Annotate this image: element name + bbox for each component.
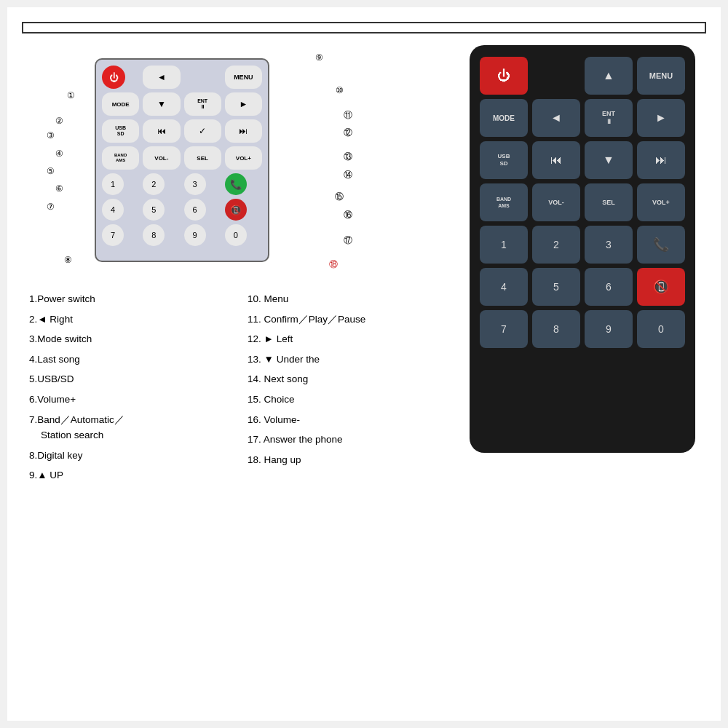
desc-item-r14: 14. Next song [248, 371, 444, 387]
page-title [22, 22, 706, 33]
desc-item-r11: 11. Confirm／Play／Pause [248, 312, 444, 328]
btn-hangup[interactable]: 📵 [225, 199, 247, 221]
btn-down2[interactable]: ✓ [184, 119, 221, 143]
btn-left-arrow[interactable]: ◄ [143, 66, 180, 89]
callout-16: ⑯ [344, 209, 352, 221]
page: ① ② ③ ④ ⑤ ⑥ ⑦ ⑧ ⑨ ⑩ ⑪ ⑫ ⑬ ⑭ ⑮ ⑯ [7, 7, 721, 721]
callout-6: ⑥ [55, 183, 63, 194]
callout-13: ⑬ [344, 151, 352, 163]
phys-btn-band[interactable]: BANDAMS [480, 183, 528, 221]
phys-btn-play[interactable]: ► [637, 99, 685, 137]
btn-4[interactable]: 4 [102, 199, 124, 221]
phys-btn-n7[interactable]: 7 [480, 310, 528, 348]
callout-9: ⑨ [315, 52, 323, 63]
btn-mode[interactable]: MODE [102, 92, 139, 116]
phys-btn-answer[interactable]: 📞 [637, 226, 685, 264]
phys-btn-hangup[interactable]: 📵 [637, 268, 685, 306]
left-section: ① ② ③ ④ ⑤ ⑥ ⑦ ⑧ ⑨ ⑩ ⑪ ⑫ ⑬ ⑭ ⑮ ⑯ [22, 45, 451, 706]
btn-down-small[interactable]: ▼ [143, 92, 180, 116]
callout-18: ⑱ [329, 258, 338, 271]
phys-btn-down[interactable]: ▼ [585, 141, 633, 179]
btn-usb[interactable]: USBSD [102, 119, 139, 143]
desc-item-8: 8.Digital key [29, 448, 226, 464]
btn-3[interactable]: 3 [184, 173, 206, 195]
phys-btn-sel[interactable]: SEL [585, 183, 633, 221]
desc-col-left: 1.Power switch2.◄ Right3.Mode switch4.La… [29, 291, 226, 486]
btn-1[interactable]: 1 [102, 173, 124, 195]
right-section: ⏻ ▲ MENU MODE ◄ ENT⏸ ► USBSD ⏮ ▼ ⏭ [459, 45, 706, 706]
phys-btn-n6[interactable]: 6 [585, 268, 633, 306]
callout-1: ① [67, 90, 75, 100]
phys-btn-n1[interactable]: 1 [480, 226, 528, 264]
desc-item-1: 1.Power switch [29, 291, 226, 307]
btn-2[interactable]: 2 [143, 173, 165, 195]
phys-btn-left-arrow[interactable]: ◄ [532, 99, 580, 137]
content-area: ① ② ③ ④ ⑤ ⑥ ⑦ ⑧ ⑨ ⑩ ⑪ ⑫ ⑬ ⑭ ⑮ ⑯ [22, 45, 706, 706]
desc-item-r10: 10. Menu [248, 291, 444, 307]
diagram-area: ① ② ③ ④ ⑤ ⑥ ⑦ ⑧ ⑨ ⑩ ⑪ ⑫ ⑬ ⑭ ⑮ ⑯ [22, 45, 357, 278]
phys-btn-ent[interactable]: ENT⏸ [585, 99, 633, 137]
desc-item-r12: 12. ► Left [248, 331, 444, 347]
callout-17: ⑰ [344, 234, 352, 247]
btn-8[interactable]: 8 [143, 224, 165, 246]
btn-next[interactable]: ⏭ [225, 119, 262, 143]
callout-8: ⑧ [64, 255, 72, 265]
phys-btn-usb[interactable]: USBSD [480, 141, 528, 179]
phys-btn-n9[interactable]: 9 [585, 310, 633, 348]
callout-15: ⑮ [335, 191, 344, 203]
phys-btn-vol-plus[interactable]: VOL+ [637, 183, 685, 221]
desc-item-4: 4.Last song [29, 352, 226, 368]
callout-14: ⑭ [344, 169, 352, 181]
callout-2: ② [55, 116, 63, 126]
callout-12: ⑫ [344, 127, 352, 139]
phys-btn-n3[interactable]: 3 [585, 226, 633, 264]
callout-7: ⑦ [47, 202, 55, 212]
phys-btn-mode[interactable]: MODE [480, 99, 528, 137]
desc-item-r13: 13. ▼ Under the [248, 352, 444, 368]
desc-item-2: 2.◄ Right [29, 312, 226, 328]
callout-4: ④ [55, 149, 63, 159]
phys-btn-vol-minus[interactable]: VOL- [532, 183, 580, 221]
desc-item-r18: 18. Hang up [248, 452, 444, 468]
desc-item-5: 5.USB/SD [29, 371, 226, 387]
phys-btn-n4[interactable]: 4 [480, 268, 528, 306]
btn-ent[interactable]: ENT⏸ [184, 92, 221, 116]
btn-9[interactable]: 9 [184, 224, 206, 246]
btn-vol-plus[interactable]: VOL+ [225, 146, 262, 170]
btn-play[interactable]: ► [225, 92, 262, 116]
callout-11: ⑪ [344, 109, 352, 122]
desc-item-9: 9.▲ UP [29, 467, 226, 483]
phys-btn-next[interactable]: ⏭ [637, 141, 685, 179]
phys-btn-n8[interactable]: 8 [532, 310, 580, 348]
desc-col-right: 10. Menu11. Confirm／Play／Pause12. ► Left… [248, 291, 444, 486]
desc-item-7: 7.Band／Automatic／Station search [29, 412, 226, 443]
phys-btn-n2[interactable]: 2 [532, 226, 580, 264]
callout-3: ③ [47, 130, 55, 141]
phys-btn-up[interactable]: ▲ [585, 57, 633, 95]
desc-item-r16: 16. Volume- [248, 412, 444, 428]
btn-7[interactable]: 7 [102, 224, 124, 246]
btn-sel[interactable]: SEL [184, 146, 221, 170]
btn-answer[interactable]: 📞 [225, 173, 247, 195]
btn-power[interactable]: ⏻ [102, 66, 125, 89]
physical-remote: ⏻ ▲ MENU MODE ◄ ENT⏸ ► USBSD ⏮ ▼ ⏭ [470, 45, 695, 453]
desc-item-r17: 17. Answer the phone [248, 432, 444, 448]
callout-5: ⑤ [47, 166, 55, 176]
desc-item-3: 3.Mode switch [29, 331, 226, 347]
phys-btn-n0[interactable]: 0 [637, 310, 685, 348]
btn-prev[interactable]: ⏮ [143, 119, 180, 143]
desc-item-r15: 15. Choice [248, 392, 444, 408]
phys-btn-menu[interactable]: MENU [637, 57, 685, 95]
btn-5[interactable]: 5 [143, 199, 165, 221]
description-area: 1.Power switch2.◄ Right3.Mode switch4.La… [22, 291, 451, 486]
btn-6[interactable]: 6 [184, 199, 206, 221]
btn-menu[interactable]: MENU [225, 66, 262, 89]
btn-vol-minus[interactable]: VOL- [143, 146, 180, 170]
phys-btn-power[interactable]: ⏻ [480, 57, 528, 95]
btn-band[interactable]: BANDAMS [102, 146, 139, 170]
phys-btn-prev[interactable]: ⏮ [532, 141, 580, 179]
btn-0[interactable]: 0 [225, 224, 247, 246]
desc-item-6: 6.Volume+ [29, 392, 226, 408]
phys-btn-n5[interactable]: 5 [532, 268, 580, 306]
callout-10: ⑩ [336, 85, 344, 95]
